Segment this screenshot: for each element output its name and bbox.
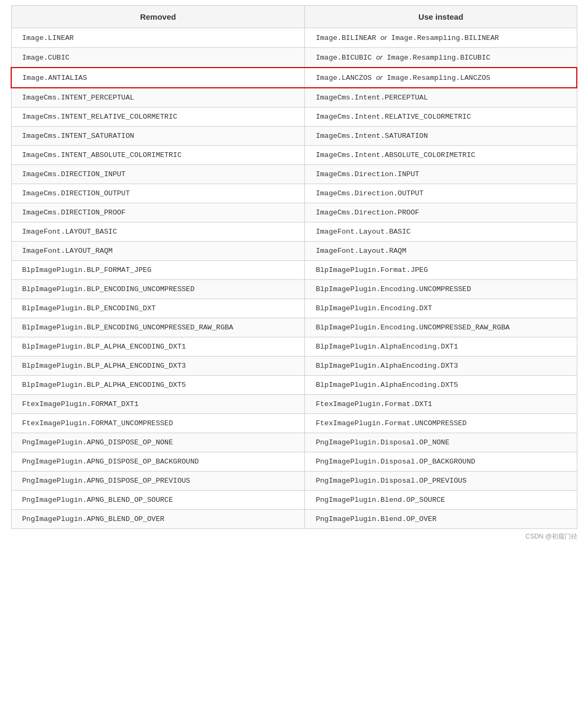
cell-removed: ImageCms.INTENT_RELATIVE_COLORMETRIC [11, 107, 305, 127]
table-row: ImageCms.INTENT_SATURATIONImageCms.Inten… [11, 127, 577, 146]
cell-use-instead: ImageCms.Intent.RELATIVE_COLORMETRIC [305, 107, 577, 127]
col-removed-header: Removed [11, 6, 305, 28]
table-row: ImageCms.DIRECTION_PROOFImageCms.Directi… [11, 203, 577, 222]
cell-removed: PngImagePlugin.APNG_BLEND_OP_OVER [11, 510, 305, 529]
table-row: PngImagePlugin.APNG_BLEND_OP_SOURCEPngIm… [11, 491, 577, 510]
cell-removed: PngImagePlugin.APNG_DISPOSE_OP_BACKGROUN… [11, 452, 305, 471]
cell-use-instead: FtexImagePlugin.Format.DXT1 [305, 395, 577, 414]
cell-removed: ImageFont.LAYOUT_RAQM [11, 242, 305, 261]
table-row: ImageCms.INTENT_ABSOLUTE_COLORIMETRICIma… [11, 146, 577, 165]
cell-removed: BlpImagePlugin.BLP_FORMAT_JPEG [11, 261, 305, 280]
table-row: BlpImagePlugin.BLP_ALPHA_ENCODING_DXT1Bl… [11, 337, 577, 357]
cell-removed: Image.CUBIC [11, 48, 305, 68]
cell-removed: FtexImagePlugin.FORMAT_UNCOMPRESSED [11, 414, 305, 433]
cell-use-instead: ImageCms.Intent.ABSOLUTE_COLORIMETRIC [305, 146, 577, 165]
cell-use-instead: BlpImagePlugin.Encoding.UNCOMPRESSED [305, 280, 577, 299]
table-row: Image.LINEARImage.BILINEAR or Image.Resa… [11, 28, 577, 48]
cell-removed: BlpImagePlugin.BLP_ALPHA_ENCODING_DXT3 [11, 357, 305, 376]
cell-removed: ImageCms.DIRECTION_INPUT [11, 165, 305, 184]
table-body: Image.LINEARImage.BILINEAR or Image.Resa… [11, 28, 577, 529]
cell-removed: Image.ANTIALIAS [11, 68, 305, 88]
table-row: BlpImagePlugin.BLP_ENCODING_UNCOMPRESSED… [11, 280, 577, 299]
cell-removed: Image.LINEAR [11, 28, 305, 48]
cell-removed: BlpImagePlugin.BLP_ENCODING_UNCOMPRESSED… [11, 318, 305, 337]
cell-use-instead: FtexImagePlugin.Format.UNCOMPRESSED [305, 414, 577, 433]
cell-use-instead: ImageCms.Direction.INPUT [305, 165, 577, 184]
table-row: BlpImagePlugin.BLP_FORMAT_JPEGBlpImagePl… [11, 261, 577, 280]
table-row: ImageCms.INTENT_RELATIVE_COLORMETRICImag… [11, 107, 577, 127]
cell-use-instead: Image.LANCZOS or Image.Resampling.LANCZO… [305, 68, 577, 88]
cell-removed: ImageCms.DIRECTION_PROOF [11, 203, 305, 222]
cell-use-instead: Image.BICUBIC or Image.Resampling.BICUBI… [305, 48, 577, 68]
cell-use-instead: PngImagePlugin.Disposal.OP_BACKGROUND [305, 452, 577, 471]
cell-use-instead: BlpImagePlugin.AlphaEncoding.DXT3 [305, 357, 577, 376]
cell-removed: ImageCms.INTENT_SATURATION [11, 127, 305, 146]
cell-use-instead: ImageCms.Direction.OUTPUT [305, 184, 577, 203]
deprecation-table: Removed Use instead Image.LINEARImage.BI… [11, 5, 577, 529]
cell-use-instead: BlpImagePlugin.Format.JPEG [305, 261, 577, 280]
table-row: PngImagePlugin.APNG_DISPOSE_OP_BACKGROUN… [11, 452, 577, 471]
cell-use-instead: ImageFont.Layout.BASIC [305, 222, 577, 242]
table-row: PngImagePlugin.APNG_BLEND_OP_OVERPngImag… [11, 510, 577, 529]
cell-use-instead: ImageFont.Layout.RAQM [305, 242, 577, 261]
cell-removed: ImageCms.INTENT_PERCEPTUAL [11, 88, 305, 107]
table-row: FtexImagePlugin.FORMAT_DXT1FtexImagePlug… [11, 395, 577, 414]
table-row: ImageCms.DIRECTION_INPUTImageCms.Directi… [11, 165, 577, 184]
cell-removed: BlpImagePlugin.BLP_ENCODING_UNCOMPRESSED [11, 280, 305, 299]
cell-removed: ImageCms.INTENT_ABSOLUTE_COLORIMETRIC [11, 146, 305, 165]
watermark: CSDN @初窥门径 [11, 532, 577, 541]
table-row: BlpImagePlugin.BLP_ENCODING_UNCOMPRESSED… [11, 318, 577, 337]
table-row: ImageFont.LAYOUT_RAQMImageFont.Layout.RA… [11, 242, 577, 261]
table-row: BlpImagePlugin.BLP_ALPHA_ENCODING_DXT5Bl… [11, 376, 577, 395]
cell-use-instead: BlpImagePlugin.AlphaEncoding.DXT1 [305, 337, 577, 357]
cell-removed: PngImagePlugin.APNG_DISPOSE_OP_PREVIOUS [11, 471, 305, 491]
cell-use-instead: BlpImagePlugin.Encoding.DXT [305, 299, 577, 318]
cell-use-instead: PngImagePlugin.Blend.OP_OVER [305, 510, 577, 529]
cell-use-instead: ImageCms.Intent.SATURATION [305, 127, 577, 146]
main-container: Removed Use instead Image.LINEARImage.BI… [0, 0, 588, 562]
cell-removed: BlpImagePlugin.BLP_ALPHA_ENCODING_DXT1 [11, 337, 305, 357]
cell-removed: BlpImagePlugin.BLP_ALPHA_ENCODING_DXT5 [11, 376, 305, 395]
table-row: Image.CUBICImage.BICUBIC or Image.Resamp… [11, 48, 577, 68]
cell-removed: FtexImagePlugin.FORMAT_DXT1 [11, 395, 305, 414]
cell-removed: BlpImagePlugin.BLP_ENCODING_DXT [11, 299, 305, 318]
cell-use-instead: PngImagePlugin.Blend.OP_SOURCE [305, 491, 577, 510]
cell-use-instead: PngImagePlugin.Disposal.OP_PREVIOUS [305, 471, 577, 491]
cell-use-instead: ImageCms.Direction.PROOF [305, 203, 577, 222]
table-row: PngImagePlugin.APNG_DISPOSE_OP_NONEPngIm… [11, 433, 577, 452]
cell-use-instead: BlpImagePlugin.AlphaEncoding.DXT5 [305, 376, 577, 395]
cell-use-instead: BlpImagePlugin.Encoding.UNCOMPRESSED_RAW… [305, 318, 577, 337]
cell-use-instead: PngImagePlugin.Disposal.OP_NONE [305, 433, 577, 452]
table-row: BlpImagePlugin.BLP_ALPHA_ENCODING_DXT3Bl… [11, 357, 577, 376]
table-header-row: Removed Use instead [11, 6, 577, 28]
table-row: ImageCms.INTENT_PERCEPTUALImageCms.Inten… [11, 88, 577, 107]
cell-removed: PngImagePlugin.APNG_BLEND_OP_SOURCE [11, 491, 305, 510]
cell-removed: ImageCms.DIRECTION_OUTPUT [11, 184, 305, 203]
table-row: Image.ANTIALIASImage.LANCZOS or Image.Re… [11, 68, 577, 88]
cell-use-instead: Image.BILINEAR or Image.Resampling.BILIN… [305, 28, 577, 48]
cell-removed: ImageFont.LAYOUT_BASIC [11, 222, 305, 242]
table-row: ImageFont.LAYOUT_BASICImageFont.Layout.B… [11, 222, 577, 242]
table-row: PngImagePlugin.APNG_DISPOSE_OP_PREVIOUSP… [11, 471, 577, 491]
table-row: FtexImagePlugin.FORMAT_UNCOMPRESSEDFtexI… [11, 414, 577, 433]
table-row: BlpImagePlugin.BLP_ENCODING_DXTBlpImageP… [11, 299, 577, 318]
cell-use-instead: ImageCms.Intent.PERCEPTUAL [305, 88, 577, 107]
table-row: ImageCms.DIRECTION_OUTPUTImageCms.Direct… [11, 184, 577, 203]
cell-removed: PngImagePlugin.APNG_DISPOSE_OP_NONE [11, 433, 305, 452]
col-use-instead-header: Use instead [305, 6, 577, 28]
